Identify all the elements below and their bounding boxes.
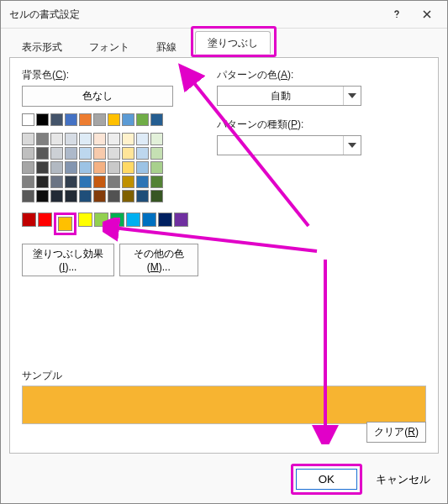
color-swatch[interactable] bbox=[110, 213, 124, 227]
color-swatch[interactable] bbox=[36, 176, 49, 188]
color-swatch[interactable] bbox=[93, 147, 106, 160]
no-color-button[interactable]: 色なし bbox=[22, 86, 173, 107]
color-swatch[interactable] bbox=[150, 133, 163, 145]
color-swatch[interactable] bbox=[36, 190, 49, 202]
background-color-section: 背景色(C): 色なし 塗りつぶし効果(I)... その他の色(M)... bbox=[22, 68, 198, 276]
pattern-color-label: パターンの色(A): bbox=[217, 68, 426, 82]
color-swatch[interactable] bbox=[150, 190, 163, 202]
color-swatch[interactable] bbox=[122, 113, 134, 126]
color-swatch[interactable] bbox=[136, 176, 149, 188]
ok-button[interactable]: OK bbox=[296, 469, 357, 490]
color-swatch[interactable] bbox=[50, 113, 63, 126]
color-swatch[interactable] bbox=[122, 133, 134, 145]
color-swatch[interactable] bbox=[142, 213, 156, 227]
color-swatch[interactable] bbox=[93, 133, 106, 145]
color-swatch[interactable] bbox=[150, 113, 163, 126]
close-icon bbox=[422, 9, 432, 19]
color-swatch[interactable] bbox=[150, 176, 163, 188]
pattern-type-label: パターンの種類(P): bbox=[217, 118, 426, 132]
shade-color-row bbox=[22, 190, 198, 202]
color-swatch[interactable] bbox=[79, 161, 92, 174]
color-swatch[interactable] bbox=[136, 161, 149, 174]
color-swatch[interactable] bbox=[94, 213, 108, 227]
color-swatch[interactable] bbox=[93, 176, 106, 188]
color-swatch[interactable] bbox=[108, 190, 120, 202]
help-button[interactable] bbox=[382, 3, 412, 26]
tab-strip: 表示形式 フォント 罫線 塗りつぶし bbox=[1, 29, 447, 57]
annotation-highlight-tab: 塗りつぶし bbox=[191, 26, 277, 57]
tab-border[interactable]: 罫線 bbox=[144, 35, 189, 58]
color-swatch[interactable] bbox=[58, 217, 72, 231]
color-swatch[interactable] bbox=[65, 133, 77, 145]
chevron-down-icon bbox=[343, 87, 361, 105]
color-swatch[interactable] bbox=[136, 113, 149, 126]
color-swatch[interactable] bbox=[22, 190, 34, 202]
color-swatch[interactable] bbox=[50, 190, 63, 202]
color-swatch[interactable] bbox=[108, 147, 120, 160]
color-swatch[interactable] bbox=[122, 190, 134, 202]
color-swatch[interactable] bbox=[108, 133, 120, 145]
color-swatch[interactable] bbox=[174, 213, 188, 227]
close-button[interactable] bbox=[412, 3, 442, 26]
color-swatch[interactable] bbox=[22, 113, 34, 126]
cancel-button[interactable]: キャンセル bbox=[371, 469, 435, 491]
color-swatch[interactable] bbox=[136, 133, 149, 145]
color-swatch[interactable] bbox=[22, 213, 36, 227]
color-swatch[interactable] bbox=[65, 113, 77, 126]
color-swatch[interactable] bbox=[93, 113, 106, 126]
color-swatch[interactable] bbox=[22, 147, 34, 160]
color-swatch[interactable] bbox=[108, 161, 120, 174]
color-swatch[interactable] bbox=[65, 176, 77, 188]
tab-display-format[interactable]: 表示形式 bbox=[9, 35, 75, 58]
color-swatch[interactable] bbox=[150, 147, 163, 160]
tab-fill[interactable]: 塗りつぶし bbox=[195, 31, 271, 54]
color-swatch[interactable] bbox=[79, 190, 92, 202]
color-swatch[interactable] bbox=[65, 190, 77, 202]
color-swatch[interactable] bbox=[93, 190, 106, 202]
color-swatch[interactable] bbox=[38, 213, 52, 227]
color-swatch[interactable] bbox=[136, 190, 149, 202]
standard-color-row bbox=[22, 213, 198, 235]
color-swatch[interactable] bbox=[79, 113, 92, 126]
color-swatch[interactable] bbox=[78, 213, 92, 227]
fill-effects-button[interactable]: 塗りつぶし効果(I)... bbox=[22, 244, 114, 276]
color-swatch[interactable] bbox=[36, 161, 49, 174]
color-swatch[interactable] bbox=[79, 176, 92, 188]
color-swatch[interactable] bbox=[126, 213, 140, 227]
color-swatch[interactable] bbox=[108, 113, 120, 126]
sample-preview bbox=[22, 386, 426, 424]
color-swatch[interactable] bbox=[122, 147, 134, 160]
color-swatch[interactable] bbox=[79, 133, 92, 145]
color-swatch[interactable] bbox=[36, 147, 49, 160]
annotation-highlight-swatch bbox=[54, 213, 76, 235]
color-swatch[interactable] bbox=[36, 133, 49, 145]
fill-panel: 背景色(C): 色なし 塗りつぶし効果(I)... その他の色(M)... bbox=[9, 57, 439, 454]
color-swatch[interactable] bbox=[79, 147, 92, 160]
color-swatch[interactable] bbox=[22, 161, 34, 174]
color-swatch[interactable] bbox=[122, 176, 134, 188]
sample-label: サンプル bbox=[22, 369, 426, 383]
color-swatch[interactable] bbox=[122, 161, 134, 174]
color-swatch[interactable] bbox=[65, 147, 77, 160]
color-swatch[interactable] bbox=[50, 176, 63, 188]
color-swatch[interactable] bbox=[158, 213, 172, 227]
more-colors-button[interactable]: その他の色(M)... bbox=[119, 244, 198, 276]
color-swatch[interactable] bbox=[93, 161, 106, 174]
color-swatch[interactable] bbox=[22, 176, 34, 188]
sample-section: サンプル bbox=[22, 369, 426, 424]
color-swatch[interactable] bbox=[22, 133, 34, 145]
clear-button[interactable]: クリア(R) bbox=[366, 422, 426, 443]
dialog-footer: OK キャンセル bbox=[1, 464, 447, 495]
color-swatch[interactable] bbox=[50, 133, 63, 145]
color-swatch[interactable] bbox=[136, 147, 149, 160]
pattern-type-select[interactable] bbox=[217, 135, 361, 155]
color-swatch[interactable] bbox=[65, 161, 77, 174]
pattern-color-select[interactable]: 自動 bbox=[217, 86, 361, 106]
color-swatch[interactable] bbox=[108, 176, 120, 188]
color-swatch[interactable] bbox=[150, 161, 163, 174]
color-swatch[interactable] bbox=[50, 147, 63, 160]
color-swatch[interactable] bbox=[50, 161, 63, 174]
color-swatch[interactable] bbox=[36, 113, 49, 126]
tab-font[interactable]: フォント bbox=[76, 35, 142, 58]
shade-color-row bbox=[22, 161, 198, 174]
